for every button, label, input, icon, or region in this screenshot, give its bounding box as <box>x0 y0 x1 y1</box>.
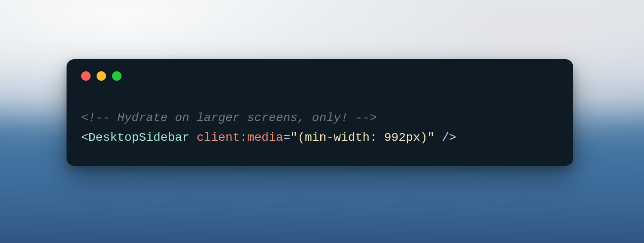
code-token-open-bracket: < <box>81 131 88 144</box>
close-icon[interactable] <box>81 71 91 81</box>
code-comment: <!-- Hydrate on larger screens, only! --… <box>81 111 377 125</box>
zoom-icon[interactable] <box>112 71 122 81</box>
code-token-attr-name: client:media <box>197 131 283 144</box>
code-block: <!-- Hydrate on larger screens, only! --… <box>81 108 559 148</box>
window-traffic-lights <box>81 71 559 81</box>
code-token-space <box>189 131 197 144</box>
code-window: <!-- Hydrate on larger screens, only! --… <box>67 59 573 166</box>
code-token-string: "(min-width: 992px)" <box>290 131 434 144</box>
code-token-tag-name: DesktopSidebar <box>88 131 189 144</box>
code-token-equals: = <box>283 131 291 144</box>
minimize-icon[interactable] <box>97 71 106 81</box>
code-token-close-bracket: /> <box>434 131 456 144</box>
